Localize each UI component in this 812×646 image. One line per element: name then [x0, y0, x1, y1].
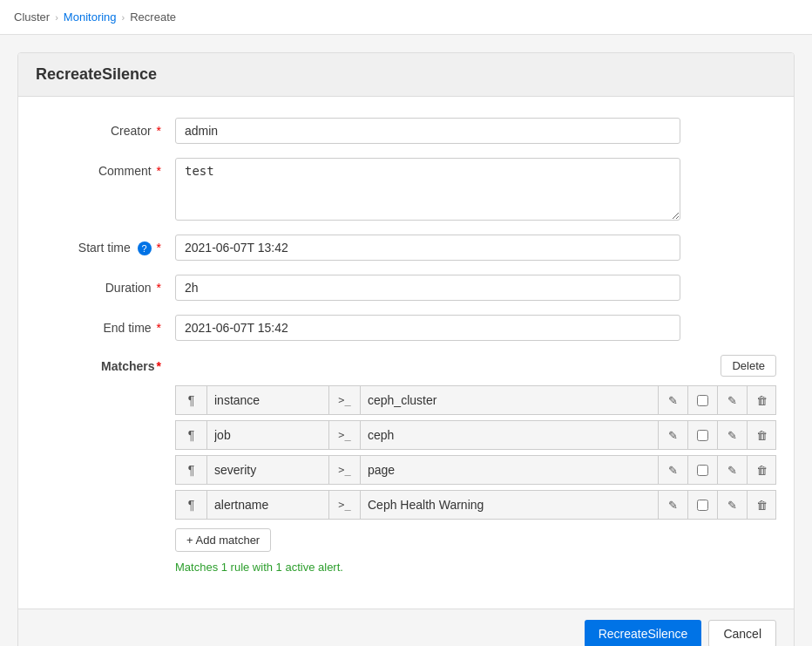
- matcher-type-btn-0[interactable]: ¶: [175, 385, 206, 415]
- comment-required: *: [153, 164, 161, 178]
- page-title: RecreateSilence: [36, 65, 776, 84]
- cancel-button[interactable]: Cancel: [708, 620, 776, 646]
- start-time-label: Start time ? *: [36, 235, 175, 255]
- matcher-type-btn-1[interactable]: ¶: [175, 420, 206, 450]
- matcher-value-0[interactable]: [360, 385, 658, 415]
- start-time-group: Start time ? *: [36, 235, 776, 261]
- matcher-name-3[interactable]: [206, 490, 328, 520]
- matcher-check-input-3[interactable]: [697, 500, 708, 511]
- start-time-input[interactable]: [175, 235, 680, 261]
- matcher-op-btn-1[interactable]: >_: [328, 420, 360, 450]
- matcher-regex-btn-0[interactable]: ✎: [658, 385, 687, 415]
- matcher-check-input-1[interactable]: [697, 430, 708, 441]
- matcher-delete-btn-1[interactable]: 🗑: [747, 420, 776, 450]
- comment-input[interactable]: test: [175, 158, 680, 221]
- matcher-op-btn-2[interactable]: >_: [328, 455, 360, 485]
- card-footer: RecreateSilence Cancel: [18, 609, 794, 646]
- matcher-value-1[interactable]: [360, 420, 658, 450]
- matcher-checkbox-0: [687, 385, 717, 415]
- table-row: ¶ >_ ✎ ✎ 🗑: [175, 455, 776, 485]
- breadcrumb-current: Recreate: [130, 10, 176, 24]
- end-time-input[interactable]: [175, 315, 680, 341]
- table-row: ¶ >_ ✎ ✎ 🗑: [175, 420, 776, 450]
- matchers-section: Matchers* Delete ¶ >_ ✎ ✎ 🗑: [36, 355, 776, 574]
- matcher-name-2[interactable]: [206, 455, 328, 485]
- matcher-checkbox-3: [687, 490, 717, 520]
- matcher-edit-btn-3[interactable]: ✎: [717, 490, 747, 520]
- breadcrumb-cluster: Cluster: [14, 10, 50, 24]
- matchers-label: Matchers*: [36, 359, 175, 373]
- card-body: Creator * Comment * test Start time ? *: [18, 97, 794, 609]
- matcher-delete-btn-3[interactable]: 🗑: [747, 490, 776, 520]
- start-time-help-icon[interactable]: ?: [138, 241, 152, 255]
- matchers-content: ¶ >_ ✎ ✎ 🗑 ¶ >_: [175, 385, 776, 574]
- matchers-required: *: [157, 359, 161, 373]
- creator-label: Creator *: [36, 118, 175, 138]
- matchers-header: Matchers* Delete: [36, 355, 776, 377]
- matcher-checkbox-1: [687, 420, 717, 450]
- duration-label: Duration *: [36, 275, 175, 295]
- duration-required: *: [153, 281, 161, 295]
- creator-input[interactable]: [175, 118, 680, 144]
- card-header: RecreateSilence: [18, 53, 794, 97]
- delete-button[interactable]: Delete: [721, 355, 776, 377]
- matcher-edit-btn-1[interactable]: ✎: [717, 420, 747, 450]
- start-time-required: *: [157, 241, 161, 255]
- recreate-silence-button[interactable]: RecreateSilence: [585, 620, 702, 646]
- breadcrumb-sep-2: ›: [122, 12, 125, 23]
- matcher-value-3[interactable]: [360, 490, 658, 520]
- table-row: ¶ >_ ✎ ✎ 🗑: [175, 490, 776, 520]
- end-time-group: End time *: [36, 315, 776, 341]
- creator-group: Creator *: [36, 118, 776, 144]
- matcher-check-input-0[interactable]: [697, 395, 708, 406]
- matcher-regex-btn-1[interactable]: ✎: [658, 420, 687, 450]
- creator-required: *: [153, 124, 161, 138]
- matcher-regex-btn-3[interactable]: ✎: [658, 490, 687, 520]
- page-container: RecreateSilence Creator * Comment * test: [0, 35, 812, 646]
- matcher-type-btn-3[interactable]: ¶: [175, 490, 206, 520]
- matcher-op-btn-0[interactable]: >_: [328, 385, 360, 415]
- comment-group: Comment * test: [36, 158, 776, 221]
- matcher-op-btn-3[interactable]: >_: [328, 490, 360, 520]
- matcher-edit-btn-2[interactable]: ✎: [717, 455, 747, 485]
- table-row: ¶ >_ ✎ ✎ 🗑: [175, 385, 776, 415]
- matcher-type-btn-2[interactable]: ¶: [175, 455, 206, 485]
- duration-group: Duration *: [36, 275, 776, 301]
- comment-label: Comment *: [36, 158, 175, 178]
- matcher-value-2[interactable]: [360, 455, 658, 485]
- matcher-delete-btn-0[interactable]: 🗑: [747, 385, 776, 415]
- matcher-checkbox-2: [687, 455, 717, 485]
- matcher-regex-btn-2[interactable]: ✎: [658, 455, 687, 485]
- add-matcher-button[interactable]: + Add matcher: [175, 528, 271, 552]
- breadcrumb-sep-1: ›: [55, 12, 58, 23]
- end-time-label: End time *: [36, 315, 175, 335]
- main-card: RecreateSilence Creator * Comment * test: [17, 52, 795, 646]
- matcher-delete-btn-2[interactable]: 🗑: [747, 455, 776, 485]
- end-time-required: *: [153, 321, 161, 335]
- matcher-edit-btn-0[interactable]: ✎: [717, 385, 747, 415]
- match-info: Matches 1 rule with 1 active alert.: [175, 561, 776, 574]
- matcher-name-1[interactable]: [206, 420, 328, 450]
- matcher-name-0[interactable]: [206, 385, 328, 415]
- breadcrumb: Cluster › Monitoring › Recreate: [0, 0, 812, 35]
- duration-input[interactable]: [175, 275, 680, 301]
- breadcrumb-monitoring[interactable]: Monitoring: [64, 10, 117, 24]
- matcher-check-input-2[interactable]: [697, 465, 708, 476]
